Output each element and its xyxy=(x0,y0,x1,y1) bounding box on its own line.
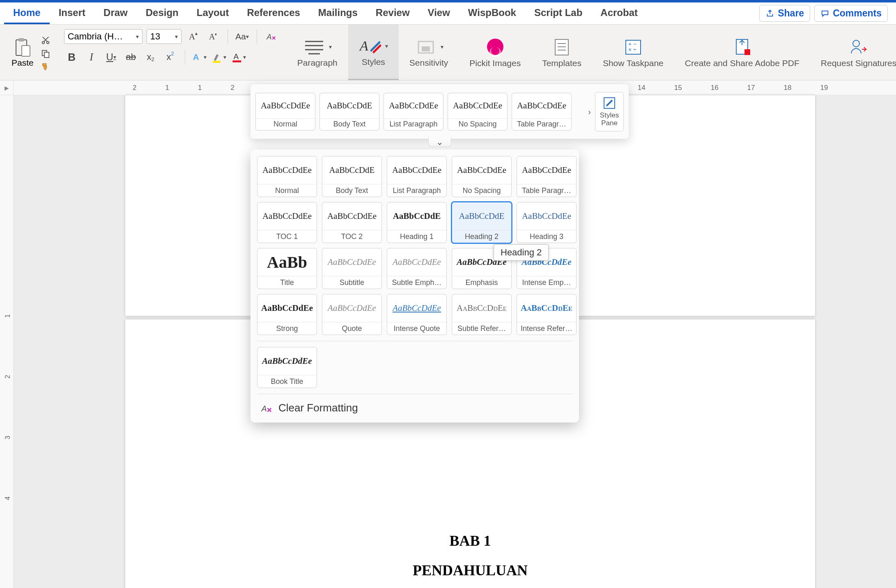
italic-button[interactable]: I xyxy=(84,49,99,65)
tab-design[interactable]: Design xyxy=(137,3,188,24)
bold-button[interactable]: B xyxy=(64,49,80,65)
style-heading-1[interactable]: AaBbCcDdEHeading 1 xyxy=(387,202,447,243)
tab-view[interactable]: View xyxy=(419,3,459,24)
styles-group[interactable]: A ▾ Styles xyxy=(348,25,399,80)
svg-point-27 xyxy=(853,40,859,47)
tab-home[interactable]: Home xyxy=(4,3,50,24)
style-preview: AaBbCcDdEe xyxy=(387,248,446,276)
superscript-button[interactable]: x2 xyxy=(163,49,178,65)
comments-button[interactable]: Comments xyxy=(814,5,888,22)
style-subtle-refer-[interactable]: AaBbCcDdEeSubtle Refer… xyxy=(452,294,512,335)
style-list-paragraph[interactable]: AaBbCcDdEeList Paragraph xyxy=(387,156,447,197)
paragraph-group[interactable]: ▾ Paragraph xyxy=(287,25,348,80)
svg-text:A: A xyxy=(193,52,199,62)
style-preview: AaBbCcDdEe xyxy=(452,294,511,322)
style-intense-refer-[interactable]: AaBbCcDdEeIntense Refer… xyxy=(517,294,577,335)
style-body-text[interactable]: AaBbCcDdEBody Text xyxy=(322,156,382,197)
ruler-tick: 2 xyxy=(133,84,136,92)
tab-review[interactable]: Review xyxy=(367,3,419,24)
doc-heading-bab[interactable]: BAB 1 xyxy=(199,532,741,549)
pickit-label: Pickit Images xyxy=(469,58,521,68)
style-preview: AaBbCcDdEe xyxy=(517,294,576,322)
style-toc-2[interactable]: AaBbCcDdEeTOC 2 xyxy=(322,202,382,243)
cut-icon[interactable] xyxy=(40,36,51,45)
strikethrough-button[interactable]: ab xyxy=(123,49,139,65)
style-preview: AaBbCcDdEe xyxy=(257,156,317,184)
styles-quick-row: AaBbCcDdEeNormalAaBbCcDdEBody TextAaBbCc… xyxy=(250,84,629,139)
style-subtitle[interactable]: AaBbCcDdEeSubtitle xyxy=(322,248,382,289)
font-size-dropdown[interactable]: 13 ▾ xyxy=(147,29,181,44)
tab-layout[interactable]: Layout xyxy=(188,3,238,24)
svg-rect-9 xyxy=(233,60,241,62)
subscript-button[interactable]: x2 xyxy=(143,49,159,65)
style-heading-2[interactable]: AaBbCcDdEHeading 2 xyxy=(452,202,512,243)
style-chip-no-spacing[interactable]: AaBbCcDdEeNo Spacing xyxy=(448,93,508,131)
highlight-button[interactable]: ▾ xyxy=(211,49,227,65)
style-label: Normal xyxy=(257,184,317,197)
tab-insert[interactable]: Insert xyxy=(50,3,94,24)
style-subtle-emph-[interactable]: AaBbCcDdEeSubtle Emph… xyxy=(387,248,447,289)
style-chip-body-text[interactable]: AaBbCcDdEBody Text xyxy=(319,93,379,131)
templates-group[interactable]: Templates xyxy=(531,25,592,80)
adobe-pdf-group[interactable]: Create and Share Adobe PDF xyxy=(674,25,810,80)
share-button[interactable]: Share xyxy=(759,5,810,22)
style-intense-quote[interactable]: AaBbCcDdEeIntense Quote xyxy=(387,294,447,335)
style-chip-normal[interactable]: AaBbCcDdEeNormal xyxy=(255,93,315,131)
vertical-ruler[interactable]: 1234 xyxy=(0,95,14,588)
style-preview: AaBbCcDdEe xyxy=(322,202,381,230)
style-label: TOC 2 xyxy=(322,230,381,243)
tab-wispbook[interactable]: WispBook xyxy=(459,3,525,24)
doc-heading-pendahuluan[interactable]: PENDAHULUAN xyxy=(199,562,741,579)
change-case-button[interactable]: Aa ▾ xyxy=(234,29,250,44)
style-table-paragr-[interactable]: AaBbCcDdEeTable Paragr… xyxy=(517,156,577,197)
tab-references[interactable]: References xyxy=(238,3,309,24)
styles-label: Styles xyxy=(362,57,385,67)
style-normal[interactable]: AaBbCcDdEeNormal xyxy=(257,156,317,197)
chevron-down-icon: ▾ xyxy=(136,33,139,40)
style-label: Strong xyxy=(257,322,317,335)
pickit-group[interactable]: Pickit Images xyxy=(459,25,531,80)
style-toc-1[interactable]: AaBbCcDdEeTOC 1 xyxy=(257,202,317,243)
grow-font-button[interactable]: A▴ xyxy=(186,29,201,44)
underline-button[interactable]: U ▾ xyxy=(103,49,119,65)
style-heading-3[interactable]: AaBbCcDdEeHeading 3 xyxy=(517,202,577,243)
font-color-button[interactable]: A▾ xyxy=(231,49,247,65)
font-name-dropdown[interactable]: Cambria (H… ▾ xyxy=(64,29,142,44)
taskpane-group[interactable]: + − × ÷ Show Taskpane xyxy=(592,25,674,80)
style-label: Title xyxy=(257,276,317,289)
ruler-tick: 1 xyxy=(198,84,202,92)
style-label: Body Text xyxy=(320,119,379,130)
format-painter-icon[interactable] xyxy=(40,62,51,71)
style-book-title[interactable]: AaBbCcDdEeBook Title xyxy=(257,347,317,388)
styles-gallery: AaBbCcDdEeNormalAaBbCcDdEBody TextAaBbCc… xyxy=(250,149,579,423)
style-no-spacing[interactable]: AaBbCcDdEeNo Spacing xyxy=(452,156,512,197)
pdf-icon xyxy=(731,37,754,57)
signature-icon xyxy=(847,37,870,57)
style-chip-table-paragr-[interactable]: AaBbCcDdEeTable Paragr… xyxy=(512,93,572,131)
copy-icon[interactable] xyxy=(40,49,51,58)
signatures-group[interactable]: Request Signatures xyxy=(810,25,896,80)
styles-expand-button[interactable]: ⌄ xyxy=(428,137,451,147)
sensitivity-group[interactable]: ▾ Sensitivity xyxy=(399,25,459,80)
style-quote[interactable]: AaBbCcDdEeQuote xyxy=(322,294,382,335)
chevron-down-icon: ▾ xyxy=(329,44,332,50)
style-strong[interactable]: AaBbCcDdEeStrong xyxy=(257,294,317,335)
shrink-font-button[interactable]: A▾ xyxy=(205,29,221,44)
text-effects-button[interactable]: A▾ xyxy=(192,49,207,65)
style-title[interactable]: AaBbTitle xyxy=(257,248,317,289)
paragraph-label: Paragraph xyxy=(297,58,338,68)
vruler-tick: 4 xyxy=(4,489,11,500)
clear-format-button[interactable]: A xyxy=(264,29,279,44)
tab-mailings[interactable]: Mailings xyxy=(309,3,367,24)
style-preview: AaBbCcDdEe xyxy=(384,93,443,119)
style-chip-list-paragraph[interactable]: AaBbCcDdEeList Paragraph xyxy=(384,93,443,131)
tab-draw[interactable]: Draw xyxy=(94,3,137,24)
paste-button[interactable]: Paste xyxy=(8,36,37,69)
chevron-right-icon[interactable]: › xyxy=(588,107,591,117)
share-icon xyxy=(765,9,774,18)
tab-acrobat[interactable]: Acrobat xyxy=(591,3,647,24)
clear-formatting-button[interactable]: A Clear Formatting xyxy=(257,394,572,423)
tab-script-lab[interactable]: Script Lab xyxy=(525,3,591,24)
styles-pane-button[interactable]: Styles Pane xyxy=(595,92,624,131)
style-label: List Paragraph xyxy=(387,184,446,197)
